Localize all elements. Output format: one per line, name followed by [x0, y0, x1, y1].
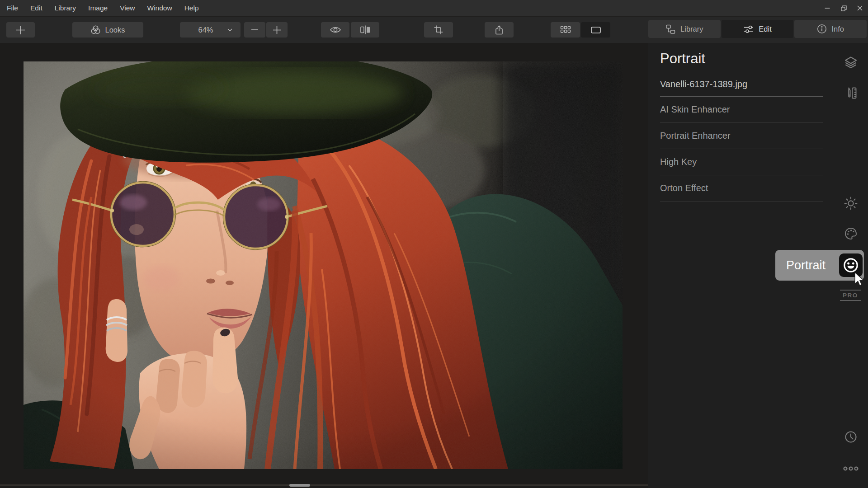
plus-icon: [16, 25, 25, 35]
zoom-in-button[interactable]: [266, 22, 288, 38]
tab-library[interactable]: Library: [648, 20, 721, 38]
share-button[interactable]: [485, 22, 514, 38]
window-controls: [819, 0, 868, 16]
history-clock-icon[interactable]: [841, 427, 861, 447]
before-after-split-icon: [360, 25, 371, 35]
look-item-high-key[interactable]: High Key: [660, 149, 823, 175]
zoom-out-button[interactable]: [244, 22, 265, 38]
photo-portrait-woman[interactable]: [24, 61, 623, 469]
close-icon[interactable]: [852, 0, 868, 16]
layers-icon[interactable]: [841, 52, 861, 72]
minus-icon: [251, 29, 259, 31]
panel-title: Portrait: [660, 51, 705, 67]
toolbar: Looks 64%: [0, 17, 868, 43]
menu-library[interactable]: Library: [55, 4, 76, 12]
tab-library-label: Library: [680, 25, 703, 33]
menu-view[interactable]: View: [120, 4, 135, 12]
share-export-icon: [494, 25, 504, 35]
library-icon: [665, 24, 676, 34]
eye-icon: [330, 25, 341, 34]
look-item-orton-effect[interactable]: Orton Effect: [660, 175, 823, 202]
zoom-level-value: 64%: [188, 26, 223, 34]
grid-view-icon: [560, 26, 571, 34]
menu-bar: File Edit Library Image View Window Help: [0, 0, 868, 16]
tab-edit[interactable]: Edit: [722, 20, 794, 38]
quick-preview-button[interactable]: [321, 22, 349, 38]
sliders-icon: [743, 24, 754, 34]
menu-file[interactable]: File: [7, 4, 18, 12]
menu-help[interactable]: Help: [184, 4, 199, 12]
filmstrip-scrollbar-thumb[interactable]: [289, 484, 310, 487]
canvas-pencil-ruler-icon[interactable]: [841, 83, 861, 103]
tab-edit-label: Edit: [759, 25, 771, 33]
menu-window[interactable]: Window: [147, 4, 172, 12]
filmstrip-scrollbar: [0, 484, 648, 486]
more-options-dots-icon[interactable]: [841, 459, 861, 479]
single-image-view-icon: [590, 26, 601, 34]
portrait-category-flyout: Portrait: [775, 250, 864, 281]
minimize-icon[interactable]: [819, 0, 835, 16]
single-view-button[interactable]: [581, 22, 610, 38]
look-item-portrait-enhancer[interactable]: Portrait Enhancer: [660, 123, 823, 149]
portrait-tooltip-label: Portrait: [786, 250, 826, 281]
compare-button[interactable]: [351, 22, 379, 38]
pro-section-label[interactable]: PRO: [840, 290, 861, 301]
luminar-app-window: File Edit Library Image View Window Help: [0, 0, 868, 488]
looks-list: AI Skin Enhancer Portrait Enhancer High …: [660, 96, 823, 202]
add-button[interactable]: [6, 22, 35, 38]
active-filename: Vanelli-6137-1389.jpg: [660, 79, 747, 89]
venn-circles-icon: [90, 25, 101, 35]
mouse-cursor: [854, 272, 865, 287]
menu-edit[interactable]: Edit: [30, 4, 42, 12]
gallery-view-button[interactable]: [551, 22, 580, 38]
editor-canvas: [0, 43, 648, 488]
creative-palette-icon[interactable]: [841, 224, 861, 244]
tab-info[interactable]: Info: [794, 20, 867, 38]
looks-button[interactable]: Looks: [72, 22, 143, 38]
looks-label: Looks: [105, 26, 125, 34]
workspace-tabs: Library Edit Info: [648, 20, 867, 38]
plus-icon: [273, 26, 281, 34]
crop-icon: [433, 24, 444, 35]
essentials-sun-icon[interactable]: [841, 193, 861, 213]
info-icon: [817, 24, 827, 34]
restore-icon[interactable]: [835, 0, 852, 16]
look-item-ai-skin-enhancer[interactable]: AI Skin Enhancer: [660, 97, 823, 123]
chevron-down-icon: [227, 28, 232, 32]
tab-info-label: Info: [831, 25, 844, 33]
menu-image[interactable]: Image: [88, 4, 108, 12]
crop-button[interactable]: [424, 22, 453, 38]
zoom-level-dropdown[interactable]: 64%: [180, 22, 241, 38]
